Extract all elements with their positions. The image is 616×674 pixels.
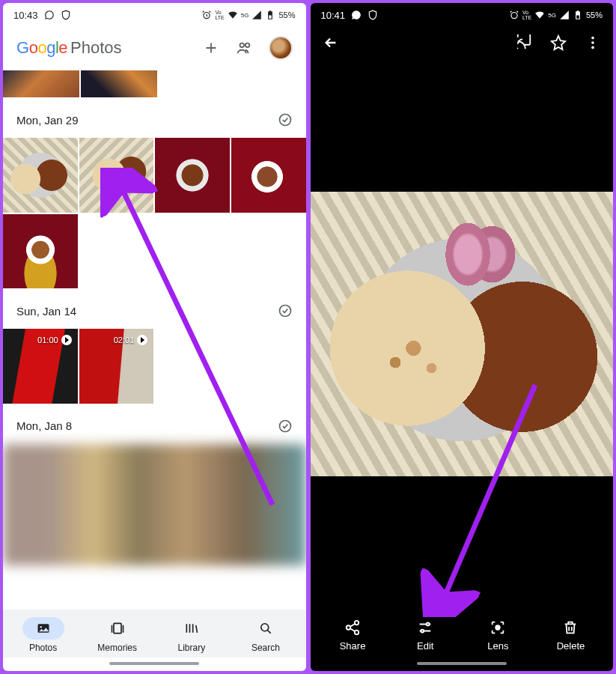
google-photos-grid-screen: 10:43 VoLTE 5G 55% Google Photos [3,3,306,671]
library-icon [184,621,199,636]
trash-icon [562,619,579,636]
network-5g-icon: 5G [241,12,249,19]
date-section-header: Sun, Jan 14 [3,288,306,329]
lens-icon [490,619,506,636]
displayed-photo[interactable] [311,192,614,476]
photo-thumbnail[interactable] [3,138,78,213]
bottom-navigation: Photos Memories Library Search [3,610,306,658]
lens-button[interactable]: Lens [472,619,524,652]
sharing-icon[interactable] [236,40,252,56]
svg-point-7 [40,626,42,628]
select-all-icon[interactable] [278,419,293,434]
delete-button[interactable]: Delete [544,619,597,652]
svg-point-5 [279,420,290,431]
select-all-icon[interactable] [278,112,293,127]
alarm-icon [201,10,212,20]
memories-icon [110,621,125,636]
google-photos-logo: Google Photos [16,38,122,58]
battery-percent: 55% [278,10,295,19]
back-arrow-icon[interactable] [323,34,339,51]
action-label: Share [340,640,366,652]
svg-rect-8 [114,623,121,633]
action-label: Delete [557,640,585,652]
svg-point-18 [427,623,430,626]
video-duration-badge: 01:00 [37,335,72,345]
partial-photo-row [3,70,306,97]
edit-button[interactable]: Edit [399,619,451,652]
volte-icon: VoLTE [215,10,224,20]
whatsapp-icon [351,10,362,20]
status-bar: 10:43 VoLTE 5G 55% [3,3,306,27]
svg-point-17 [355,631,359,635]
whatsapp-icon [44,10,55,20]
photo-viewport[interactable] [311,58,614,609]
date-label: Sun, Jan 14 [16,305,76,318]
wifi-icon [534,10,545,20]
thumbnail-row [3,138,306,288]
photo-thumbnail[interactable] [155,138,230,213]
network-5g-icon: 5G [548,12,556,19]
signal-icon [559,10,570,20]
svg-point-2 [245,43,249,48]
cast-icon[interactable] [516,34,532,51]
search-icon [258,621,273,636]
google-photos-viewer-screen: 10:41 VoLTE 5G 55% Share [311,3,614,671]
star-icon[interactable] [550,34,567,51]
battery-icon [573,10,583,20]
photo-thumbnail[interactable] [231,138,306,213]
alarm-icon [509,10,519,20]
svg-point-12 [591,37,594,40]
nav-label: Memories [97,643,137,653]
photo-thumbnail[interactable] [81,70,157,97]
svg-point-15 [355,621,359,625]
gesture-handle[interactable] [109,662,199,665]
account-avatar[interactable] [269,36,293,60]
video-thumbnail[interactable]: 02:01 [79,329,154,404]
nav-label: Search [251,643,280,653]
status-time: 10:43 [13,10,38,21]
svg-point-14 [591,46,594,49]
signal-icon [251,10,262,20]
svg-point-4 [279,306,290,317]
nav-memories[interactable]: Memories [91,617,144,653]
photo-thumbnail[interactable] [79,138,154,213]
share-button[interactable]: Share [326,619,379,652]
date-label: Mon, Jan 29 [16,114,79,127]
nav-library[interactable]: Library [165,617,218,653]
svg-point-16 [347,625,351,630]
nav-label: Photos [29,643,57,653]
play-icon [137,335,147,345]
volte-icon: VoLTE [522,10,531,20]
thumbnail-row [3,444,306,565]
viewer-bottom-actions: Share Edit Lens Delete [311,609,614,659]
video-thumbnail[interactable]: 01:00 [3,329,78,404]
photos-grid[interactable]: Mon, Jan 29 Sun, Jan 14 01:00 02:01 [3,70,306,610]
app-header: Google Photos [3,27,306,70]
date-section-header: Mon, Jan 29 [3,97,306,138]
svg-point-11 [511,13,517,19]
nav-photos[interactable]: Photos [17,617,70,653]
add-icon[interactable] [203,40,219,56]
nav-label: Library [177,643,205,653]
svg-point-19 [421,630,424,633]
action-label: Lens [487,640,508,652]
photo-thumbnail[interactable] [3,70,79,97]
gesture-handle[interactable] [417,662,507,665]
select-all-icon[interactable] [278,303,293,318]
share-icon [344,619,361,636]
svg-point-13 [591,41,594,44]
viewer-top-bar [311,27,614,58]
battery-percent: 55% [586,10,603,19]
action-label: Edit [417,640,433,652]
nav-search[interactable]: Search [240,617,292,653]
svg-point-9 [261,624,269,631]
google-wordmark: Google [16,38,67,58]
photo-thumbnail[interactable] [3,444,306,565]
edit-sliders-icon [417,619,433,636]
play-icon [61,335,72,345]
shield-icon [61,10,71,20]
date-label: Mon, Jan 8 [16,419,72,432]
status-bar: 10:41 VoLTE 5G 55% [311,3,614,27]
photo-thumbnail[interactable] [3,214,78,289]
more-vert-icon[interactable] [585,34,601,51]
